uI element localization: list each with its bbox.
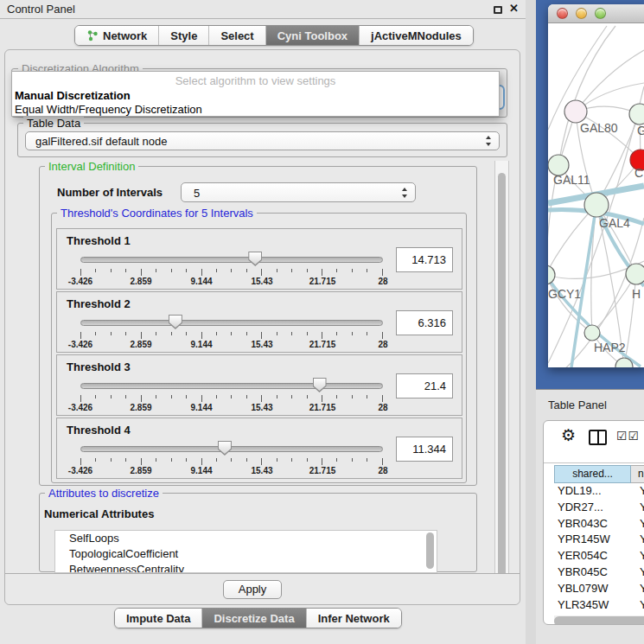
tick-label: 15.43 (251, 466, 272, 475)
zoom-traffic-light-icon[interactable] (595, 8, 606, 19)
network-window[interactable]: GAL80 GA C GAL11 GAL4 GCY1 H HAP2 (548, 4, 644, 367)
node-partial-top-right[interactable] (629, 104, 644, 124)
slider-thumb[interactable] (248, 252, 262, 266)
column-header-name[interactable]: n (631, 465, 644, 483)
slider-thumb[interactable] (313, 378, 327, 392)
cell[interactable]: YDL19... (554, 483, 631, 500)
cell[interactable]: YPR145W (554, 532, 631, 548)
panel-vertical-scrollbar[interactable] (494, 161, 509, 603)
cell[interactable]: YBR0 (631, 516, 644, 532)
cell[interactable]: YDR2 (631, 500, 644, 516)
tab-network[interactable]: Network (75, 26, 158, 45)
node-hap2[interactable] (584, 325, 600, 341)
slider-track[interactable] (80, 257, 383, 263)
slider-track[interactable] (80, 320, 383, 326)
tab-discretize-data[interactable]: Discretize Data (201, 609, 305, 628)
popup-option-manual[interactable]: Manual Discretization (15, 89, 131, 102)
cell[interactable]: YBL0 (631, 581, 644, 597)
cell[interactable]: YIL052C (554, 613, 631, 614)
threshold-label: Threshold 1 (67, 234, 131, 247)
table-row[interactable]: YBR043CYBR0 (554, 516, 644, 532)
network-canvas[interactable]: GAL80 GA C GAL11 GAL4 GCY1 H HAP2 (548, 23, 644, 367)
threshold-2-slider[interactable] (80, 315, 383, 330)
tab-infer-network[interactable]: Infer Network (306, 609, 401, 628)
close-icon[interactable]: ✕ (509, 2, 519, 15)
list-item[interactable]: TopologicalCoefficient (55, 546, 437, 562)
list-item[interactable]: BetweennessCentrality (55, 562, 437, 573)
tick-label: 2.859 (130, 403, 151, 412)
table-row[interactable]: YBR045CYBR0 (554, 564, 644, 581)
tab-select[interactable]: Select (208, 26, 265, 45)
gear-icon[interactable]: ⚙ (561, 425, 576, 445)
columns-icon[interactable] (589, 430, 607, 445)
tab-impute-data[interactable]: Impute Data (115, 609, 201, 628)
table-row[interactable]: YBL079WYBL0 (554, 581, 644, 597)
slider-ticks (80, 458, 383, 466)
threshold-2-value-field[interactable]: 6.316 (396, 310, 453, 335)
slider-thumb[interactable] (169, 315, 182, 329)
table-horizontal-scrollbar[interactable] (554, 615, 644, 625)
threshold-4-slider[interactable] (80, 441, 383, 456)
table-row[interactable]: YPR145WYPR1 (554, 532, 644, 548)
table-row[interactable]: YER054CYER0 (554, 548, 644, 564)
table-row[interactable]: YIL052CYIL0 (554, 613, 644, 614)
network-window-titlebar[interactable] (548, 4, 644, 23)
threshold-1-value-field[interactable]: 14.713 (396, 247, 453, 272)
cell[interactable]: YPR1 (631, 532, 644, 548)
tick-label: 21.715 (309, 466, 336, 475)
threshold-4-value-field[interactable]: 11.344 (396, 437, 453, 462)
apply-button[interactable]: Apply (223, 580, 282, 599)
slider-track[interactable] (80, 383, 383, 389)
table-row[interactable]: YDR27...YDR2 (554, 500, 644, 516)
threshold-3-value-field[interactable]: 21.4 (396, 373, 453, 399)
list-scrollbar-thumb[interactable] (426, 532, 434, 569)
list-item[interactable]: SelfLoops (55, 531, 437, 546)
cell[interactable]: YIL0 (631, 613, 644, 614)
panel-divider[interactable] (526, 0, 536, 644)
close-traffic-light-icon[interactable] (557, 8, 568, 19)
scrollbar-thumb[interactable] (554, 616, 644, 625)
scrollbar-thumb[interactable] (498, 173, 506, 591)
cell[interactable]: YLR3 (631, 597, 644, 614)
node-label: H (632, 287, 641, 301)
bottom-tab-bar: Impute Data Discretize Data Infer Networ… (114, 608, 402, 628)
cell[interactable]: YBR045C (554, 564, 631, 581)
node-gal4[interactable] (584, 193, 609, 217)
attributes-list[interactable]: SelfLoops TopologicalCoefficient Between… (54, 530, 437, 573)
cell[interactable]: YLR345W (554, 597, 631, 614)
slider-track[interactable] (80, 446, 383, 452)
tick-label: 28 (378, 340, 387, 349)
node-gal80[interactable] (564, 100, 587, 123)
table-panel-title: Table Panel (548, 399, 607, 411)
cell[interactable]: YDL1 (631, 483, 644, 500)
table-row[interactable]: YLR345WYLR3 (554, 597, 644, 614)
table-data-value: galFiltered.sif default node (35, 135, 167, 148)
tick-label: 2.859 (130, 340, 151, 349)
threshold-3-slider[interactable] (80, 378, 383, 393)
node-partial-right[interactable] (626, 264, 644, 284)
table-row[interactable]: YDL19...YDL1 (554, 483, 644, 500)
popup-option-equal-width[interactable]: Equal Width/Frequency Discretization (15, 103, 202, 116)
cell[interactable]: YER054C (554, 548, 631, 564)
minimize-traffic-light-icon[interactable] (576, 8, 587, 19)
attributes-group-title: Attributes to discretize (45, 487, 163, 500)
threshold-1-slider[interactable] (80, 252, 383, 267)
tab-style[interactable]: Style (158, 26, 208, 45)
cell[interactable]: YBR043C (554, 516, 631, 532)
tab-cyni-toolbox[interactable]: Cyni Toolbox (265, 26, 359, 45)
cell[interactable]: YDR27... (554, 500, 631, 516)
network-nodes (548, 100, 644, 367)
float-window-icon[interactable] (494, 6, 502, 14)
cell[interactable]: YER0 (631, 548, 644, 564)
checkbox-icons[interactable]: ☑☑ (616, 429, 640, 443)
cell[interactable]: YBL079W (554, 581, 631, 597)
table-data-combobox[interactable]: galFiltered.sif default node (25, 131, 500, 150)
tab-label: Infer Network (318, 612, 390, 625)
node-gcy1[interactable] (548, 265, 555, 284)
tab-jactivemnodules[interactable]: jActiveMNodules (359, 26, 473, 45)
column-header-shared-name[interactable]: shared... (554, 465, 631, 483)
threshold-1-panel: Threshold 1 -3.426 2.859 9.144 15.43 21.… (56, 228, 462, 290)
cell[interactable]: YBR0 (631, 564, 644, 581)
slider-thumb[interactable] (218, 441, 232, 456)
number-of-intervals-combobox[interactable]: 5 (181, 182, 416, 202)
